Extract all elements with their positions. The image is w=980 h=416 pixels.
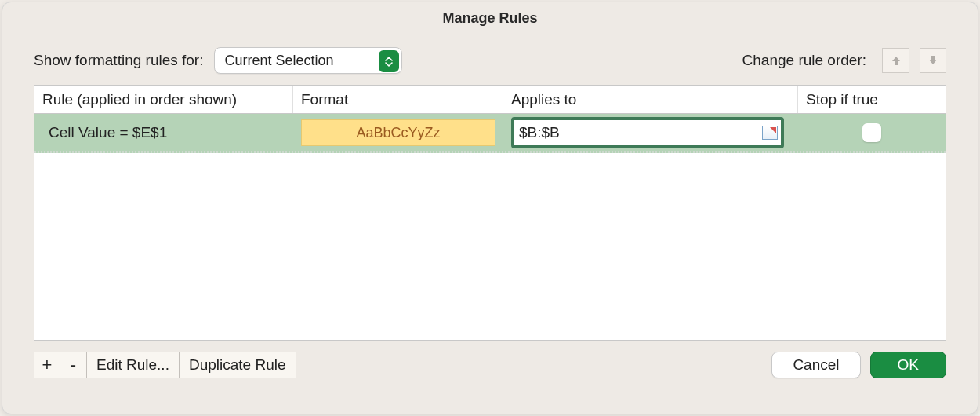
edit-rule-button[interactable]: Edit Rule... <box>87 352 180 378</box>
format-preview: AaBbCcYyZz <box>301 119 495 146</box>
stop-if-true-checkbox[interactable] <box>862 123 881 142</box>
move-rule-up-button[interactable] <box>882 48 909 73</box>
cancel-button[interactable]: Cancel <box>771 352 860 378</box>
rule-description: Cell Value = $E$1 <box>34 114 293 151</box>
table-row[interactable]: Cell Value = $E$1 AaBbCcYyZz <box>34 114 946 153</box>
bottom-toolbar: + - Edit Rule... Duplicate Rule Cancel O… <box>2 341 978 391</box>
applies-to-input[interactable] <box>519 124 759 141</box>
column-header-format[interactable]: Format <box>293 86 503 113</box>
applies-to-field-wrap <box>511 117 784 148</box>
change-order-label: Change rule order: <box>742 52 866 69</box>
table-body: Cell Value = $E$1 AaBbCcYyZz <box>34 114 946 340</box>
range-picker-icon[interactable] <box>762 126 778 140</box>
scope-dropdown[interactable]: Current Selection <box>214 47 402 74</box>
column-header-applies[interactable]: Applies to <box>503 86 798 113</box>
rules-table: Rule (applied in order shown) Format App… <box>34 85 946 341</box>
rule-format-cell: AaBbCcYyZz <box>293 114 503 151</box>
add-rule-button[interactable]: + <box>34 352 60 378</box>
duplicate-rule-button[interactable]: Duplicate Rule <box>180 352 296 378</box>
dialog-title: Manage Rules <box>2 2 978 33</box>
rule-applies-cell <box>503 114 798 151</box>
move-rule-down-button[interactable] <box>920 48 946 73</box>
manage-rules-dialog: Manage Rules Show formatting rules for: … <box>2 2 978 414</box>
chevron-updown-icon <box>379 50 399 72</box>
arrow-up-icon <box>890 54 902 67</box>
column-header-stop[interactable]: Stop if true <box>798 86 946 113</box>
rule-stop-cell <box>798 114 946 151</box>
column-header-rule[interactable]: Rule (applied in order shown) <box>34 86 293 113</box>
scope-dropdown-value: Current Selection <box>224 53 333 69</box>
rule-edit-button-group: + - Edit Rule... Duplicate Rule <box>34 352 296 378</box>
table-header: Rule (applied in order shown) Format App… <box>34 86 946 114</box>
remove-rule-button[interactable]: - <box>60 352 87 378</box>
ok-button[interactable]: OK <box>870 352 946 378</box>
show-rules-label: Show formatting rules for: <box>34 52 203 69</box>
arrow-down-icon <box>927 54 939 67</box>
top-controls: Show formatting rules for: Current Selec… <box>2 33 978 85</box>
